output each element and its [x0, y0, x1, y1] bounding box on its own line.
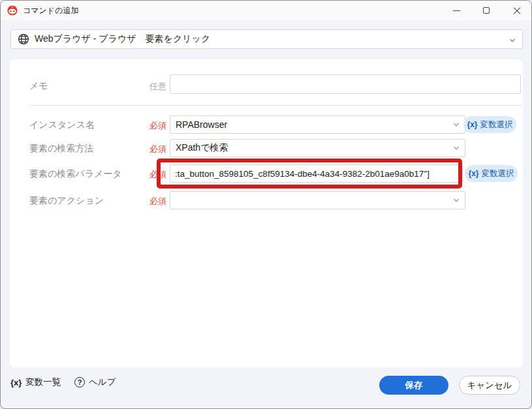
- search-param-input[interactable]: [170, 164, 463, 183]
- chevron-down-icon: [453, 145, 460, 151]
- command-type-label: Webブラウザ - ブラウザ 要素をクリック: [35, 33, 210, 45]
- variable-list-button[interactable]: {x} 変数一覧: [10, 376, 61, 388]
- chevron-down-icon: [453, 121, 460, 128]
- instance-required-badge: 必須: [149, 120, 166, 132]
- chevron-down-icon: [509, 37, 516, 44]
- instance-dropdown[interactable]: RPABrowser: [170, 115, 465, 134]
- help-label: ヘルプ: [89, 376, 116, 388]
- search-method-label: 要素の検索方法: [29, 143, 93, 155]
- instance-variable-select-button[interactable]: {x} 変数選択: [463, 116, 516, 133]
- save-button[interactable]: 保存: [379, 376, 448, 395]
- search-param-label: 要素の検索パラメータ: [29, 168, 122, 180]
- chevron-down-icon: [453, 197, 460, 204]
- titlebar: コマンドの追加: [1, 1, 531, 20]
- variable-icon: {x}: [467, 120, 477, 129]
- search-method-value: XPathで検索: [176, 142, 228, 154]
- help-button[interactable]: ? ヘルプ: [74, 376, 116, 388]
- app-mascot-icon: [7, 5, 18, 16]
- cancel-button[interactable]: キャンセル: [459, 376, 520, 395]
- close-icon: [513, 7, 520, 14]
- form-card: メモ 任意 インスタンス名 必須 RPABrowser {x} 変数選択 要素の…: [10, 59, 523, 367]
- memo-optional-badge: 任意: [149, 81, 166, 93]
- search-method-required-badge: 必須: [149, 144, 166, 155]
- instance-value: RPABrowser: [176, 119, 227, 130]
- minimize-button[interactable]: [441, 1, 471, 20]
- command-type-dropdown[interactable]: Webブラウザ - ブラウザ 要素をクリック: [10, 29, 523, 49]
- globe-icon: [18, 33, 29, 45]
- footer: {x} 変数一覧 ? ヘルプ 保存 キャンセル: [1, 367, 531, 409]
- maximize-icon: [483, 7, 490, 14]
- variable-list-label: 変数一覧: [25, 376, 61, 388]
- action-required-badge: 必須: [149, 196, 166, 207]
- instance-label: インスタンス名: [29, 119, 95, 131]
- memo-input[interactable]: [170, 74, 521, 94]
- minimize-icon: [453, 10, 460, 11]
- window-title: コマンドの追加: [23, 5, 78, 16]
- maximize-button[interactable]: [471, 1, 501, 20]
- close-button[interactable]: [501, 1, 531, 20]
- add-command-dialog: コマンドの追加 Webブラウザ - ブラウザ 要素をクリック メモ 任意: [0, 0, 532, 409]
- memo-label: メモ: [29, 80, 48, 92]
- search-method-dropdown[interactable]: XPathで検索: [170, 139, 465, 157]
- section-divider: [29, 105, 522, 106]
- action-label: 要素のアクション: [29, 195, 104, 207]
- variable-icon: {x}: [10, 378, 22, 387]
- variable-select-label: 変数選択: [480, 119, 513, 130]
- search-param-required-badge: 必須: [149, 169, 166, 181]
- search-param-variable-select-button[interactable]: {x} 変数選択: [465, 165, 518, 182]
- variable-select-label: 変数選択: [482, 168, 514, 179]
- variable-icon: {x}: [468, 169, 478, 178]
- action-dropdown[interactable]: [170, 191, 465, 209]
- window-controls: [441, 1, 531, 20]
- help-icon: ?: [74, 377, 85, 387]
